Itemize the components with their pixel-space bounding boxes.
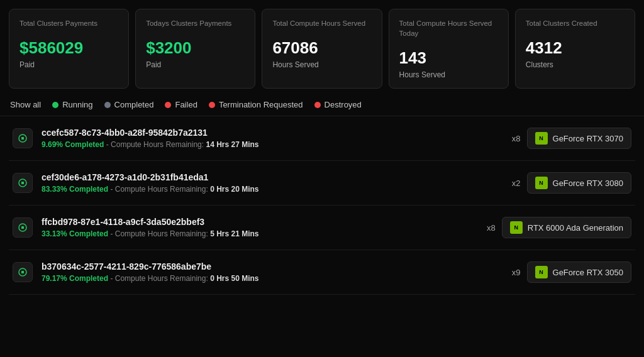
- filter-label-3: Termination Requested: [219, 100, 303, 109]
- cluster-row: ccefc587-8c73-4bb0-a28f-95842b7a21319.69…: [9, 116, 635, 161]
- cluster-row: cef30de6-a178-4273-a1d0-2b31fb41eda183.3…: [9, 161, 635, 206]
- filter-label-0: Running: [62, 100, 92, 109]
- cluster-hours-3: 0 Hrs 50 Mins: [210, 274, 258, 283]
- show-all-filter[interactable]: Show all: [10, 100, 41, 109]
- stat-sub-0: Paid: [19, 60, 118, 69]
- filter-dot-3: [209, 102, 215, 108]
- cluster-left-3: b370634c-2577-4211-829c-776586abe7be79.1…: [13, 261, 259, 283]
- cluster-gpu-name-2: RTX 6000 Ada Generation: [528, 223, 623, 233]
- nvidia-icon-3: N: [535, 266, 548, 278]
- cluster-info-1: cef30de6-a178-4273-a1d0-2b31fb41eda183.3…: [42, 172, 259, 194]
- cluster-icon-2[interactable]: [13, 217, 33, 238]
- cluster-right-3: x9NGeForce RTX 3050: [512, 261, 631, 283]
- cluster-list: ccefc587-8c73-4bb0-a28f-95842b7a21319.69…: [0, 116, 644, 295]
- stat-value-2: 67086: [272, 38, 371, 58]
- cluster-id-3: b370634c-2577-4211-829c-776586abe7be: [42, 261, 259, 272]
- cluster-gpu-count-2: x8: [487, 223, 496, 233]
- filter-label-4: Destroyed: [325, 100, 362, 109]
- cluster-pct-3: 79.17% Completed: [42, 274, 108, 283]
- svg-rect-5: [21, 226, 24, 229]
- cluster-id-1: cef30de6-a178-4273-a1d0-2b31fb41eda1: [42, 172, 259, 182]
- filter-item-completed[interactable]: Completed: [104, 100, 154, 109]
- cluster-gpu-badge-2[interactable]: NRTX 6000 Ada Generation: [502, 217, 631, 238]
- cluster-icon-3[interactable]: [13, 262, 33, 282]
- stat-card-0: Total Clusters Payments$586029Paid: [9, 9, 129, 89]
- filter-item-failed[interactable]: Failed: [165, 100, 197, 109]
- stat-value-3: 143: [399, 48, 498, 68]
- filter-dot-4: [314, 102, 321, 108]
- filter-item-running[interactable]: Running: [52, 100, 92, 109]
- stat-title-4: Total Clusters Created: [526, 18, 625, 28]
- cluster-left-2: ffcbd978-87e1-4118-a9cf-3da50e2bbef333.1…: [13, 217, 259, 238]
- stat-card-1: Todays Clusters Payments$3200Paid: [135, 9, 255, 89]
- stat-sub-3: Hours Served: [399, 70, 498, 79]
- filter-row: Show all RunningCompletedFailedTerminati…: [0, 95, 644, 116]
- stats-row: Total Clusters Payments$586029PaidTodays…: [0, 0, 644, 95]
- stat-value-1: $3200: [146, 38, 245, 58]
- cluster-row: ffcbd978-87e1-4118-a9cf-3da50e2bbef333.1…: [9, 206, 635, 250]
- cluster-id-0: ccefc587-8c73-4bb0-a28f-95842b7a2131: [42, 128, 259, 138]
- cluster-row: b370634c-2577-4211-829c-776586abe7be79.1…: [9, 250, 635, 295]
- cluster-info-0: ccefc587-8c73-4bb0-a28f-95842b7a21319.69…: [42, 128, 259, 149]
- svg-rect-1: [21, 137, 24, 140]
- cluster-hours-0: 14 Hrs 27 Mins: [206, 140, 258, 149]
- cluster-right-0: x8NGeForce RTX 3070: [512, 128, 631, 149]
- stat-card-3: Total Compute Hours Served Today143Hours…: [389, 9, 509, 89]
- cluster-pct-1: 83.33% Completed: [42, 185, 108, 194]
- nvidia-icon-1: N: [535, 177, 548, 189]
- cluster-meta-2: 33.13% Completed - Compute Hours Remaini…: [42, 229, 259, 238]
- stat-value-0: $586029: [19, 38, 118, 58]
- svg-rect-7: [21, 271, 24, 273]
- stat-title-3: Total Compute Hours Served Today: [399, 18, 498, 38]
- stat-sub-2: Hours Served: [272, 60, 371, 69]
- cluster-right-1: x2NGeForce RTX 3080: [512, 172, 631, 194]
- cluster-pct-2: 33.13% Completed: [42, 229, 108, 238]
- cluster-meta-3: 79.17% Completed - Compute Hours Remaini…: [42, 274, 259, 283]
- stat-sub-1: Paid: [146, 60, 245, 69]
- cluster-gpu-count-3: x9: [512, 268, 521, 277]
- cluster-gpu-badge-1[interactable]: NGeForce RTX 3080: [527, 172, 631, 194]
- stat-value-4: 4312: [526, 38, 625, 58]
- cluster-hours-1: 0 Hrs 20 Mins: [210, 185, 258, 194]
- stat-title-1: Todays Clusters Payments: [146, 18, 245, 28]
- cluster-icon-0[interactable]: [13, 128, 33, 148]
- cluster-meta-0: 9.69% Completed - Compute Hours Remainin…: [42, 140, 259, 149]
- cluster-pct-0: 9.69% Completed: [42, 140, 104, 149]
- filter-dot-2: [165, 102, 171, 108]
- cluster-gpu-name-1: GeForce RTX 3080: [553, 178, 623, 188]
- cluster-id-2: ffcbd978-87e1-4118-a9cf-3da50e2bbef3: [42, 217, 259, 227]
- cluster-gpu-count-0: x8: [512, 134, 521, 143]
- filter-item-destroyed[interactable]: Destroyed: [314, 100, 362, 109]
- filter-item-termination-requested[interactable]: Termination Requested: [209, 100, 303, 109]
- cluster-gpu-badge-3[interactable]: NGeForce RTX 3050: [527, 261, 631, 283]
- filter-label-2: Failed: [175, 100, 197, 109]
- cluster-gpu-name-3: GeForce RTX 3050: [553, 268, 623, 277]
- nvidia-icon-2: N: [510, 221, 523, 234]
- cluster-right-2: x8NRTX 6000 Ada Generation: [487, 217, 631, 238]
- svg-rect-3: [21, 182, 24, 184]
- stat-sub-4: Clusters: [526, 60, 625, 69]
- cluster-info-3: b370634c-2577-4211-829c-776586abe7be79.1…: [42, 261, 259, 283]
- stat-card-4: Total Clusters Created4312Clusters: [515, 9, 635, 89]
- cluster-gpu-name-0: GeForce RTX 3070: [553, 134, 623, 143]
- cluster-left-0: ccefc587-8c73-4bb0-a28f-95842b7a21319.69…: [13, 128, 259, 149]
- cluster-meta-1: 83.33% Completed - Compute Hours Remaini…: [42, 185, 259, 194]
- filter-dot-1: [104, 102, 111, 108]
- stat-card-2: Total Compute Hours Served67086Hours Ser…: [262, 9, 382, 89]
- filter-dot-0: [52, 102, 58, 108]
- nvidia-icon-0: N: [535, 132, 548, 145]
- stat-title-0: Total Clusters Payments: [19, 18, 118, 28]
- stat-title-2: Total Compute Hours Served: [272, 18, 371, 28]
- cluster-gpu-count-1: x2: [512, 178, 521, 188]
- filter-label-1: Completed: [114, 100, 154, 109]
- cluster-icon-1[interactable]: [13, 173, 33, 193]
- cluster-left-1: cef30de6-a178-4273-a1d0-2b31fb41eda183.3…: [13, 172, 259, 194]
- cluster-hours-2: 5 Hrs 21 Mins: [210, 229, 258, 238]
- cluster-gpu-badge-0[interactable]: NGeForce RTX 3070: [527, 128, 631, 149]
- cluster-info-2: ffcbd978-87e1-4118-a9cf-3da50e2bbef333.1…: [42, 217, 259, 238]
